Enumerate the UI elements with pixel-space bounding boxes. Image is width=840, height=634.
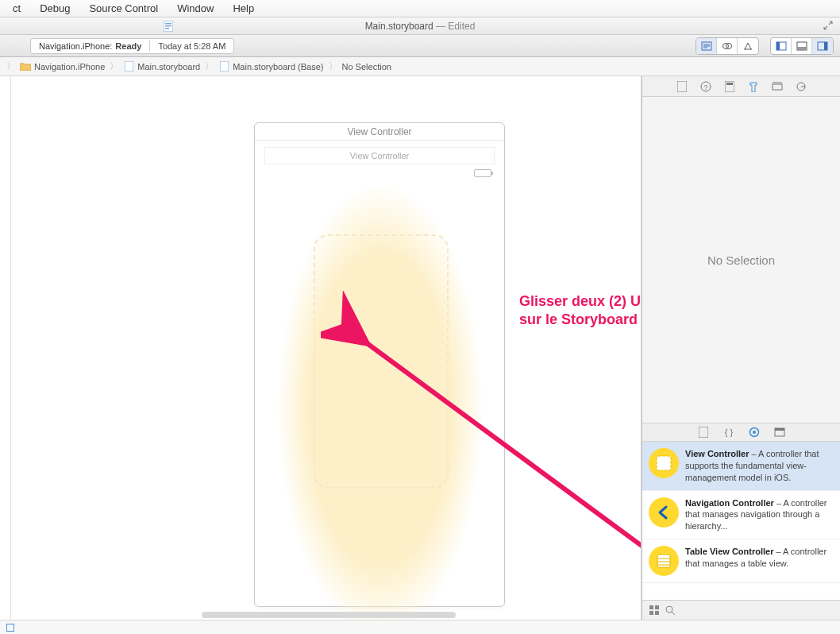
svg-rect-25 <box>773 84 782 90</box>
project-name: Navigation.iPhone: <box>39 41 112 51</box>
scene-title: View Controller <box>255 123 504 141</box>
iphone-outline-icon <box>314 234 449 489</box>
connections-inspector-icon[interactable] <box>796 81 807 92</box>
breadcrumb-item[interactable]: Main.storyboard <box>120 61 203 72</box>
inspector-tabs: ? <box>642 76 840 97</box>
chevron-right-icon: 〉 <box>108 60 120 72</box>
library-item-navigation-controller[interactable]: Navigation Controller – A controller tha… <box>642 491 840 540</box>
folder-icon <box>20 61 31 72</box>
view-controller-icon <box>649 448 679 478</box>
svg-text:{ }: { } <box>724 427 733 437</box>
library-item-view-controller[interactable]: View Controller – A controller that supp… <box>642 442 840 491</box>
standard-editor-button[interactable] <box>696 38 717 54</box>
svg-rect-24 <box>726 83 733 85</box>
assistant-editor-button[interactable] <box>717 38 738 54</box>
svg-rect-17 <box>125 61 133 72</box>
editor-mode-segment[interactable] <box>696 37 759 55</box>
toggle-debug-button[interactable] <box>792 38 812 54</box>
breadcrumb-item[interactable]: No Selection <box>339 62 395 72</box>
svg-rect-12 <box>776 42 780 50</box>
storyboard-file-icon <box>163 21 174 32</box>
storyboard-file-icon <box>218 61 229 72</box>
annotation-text: Glisser deux (2) UIViewController sur le… <box>519 292 642 330</box>
menu-item[interactable]: Debug <box>30 2 79 14</box>
library-item-text: Table View Controller – A controller tha… <box>685 546 834 576</box>
chevron-right-icon: 〉 <box>5 60 17 72</box>
divider <box>149 41 150 52</box>
object-library-icon[interactable] <box>749 427 760 438</box>
code-snippet-library-icon[interactable]: { } <box>723 427 734 438</box>
toggle-utilities-button[interactable] <box>812 38 833 54</box>
inspector-empty-state: No Selection <box>642 97 840 423</box>
grid-view-icon[interactable] <box>649 605 660 616</box>
svg-rect-14 <box>797 47 807 50</box>
menu-item[interactable]: Source Control <box>79 2 168 14</box>
svg-rect-39 <box>649 605 653 609</box>
svg-rect-3 <box>165 28 169 29</box>
attributes-inspector-icon[interactable] <box>748 81 759 92</box>
svg-rect-40 <box>655 605 659 609</box>
svg-rect-16 <box>824 42 827 50</box>
library-item-text: Navigation Controller – A controller tha… <box>685 497 834 533</box>
status-pill: Navigation.iPhone: Ready Today at 5:28 A… <box>30 38 234 54</box>
svg-rect-33 <box>775 428 784 431</box>
storyboard-file-icon <box>123 61 134 72</box>
breadcrumb: 〉 Navigation.iPhone 〉 Main.storyboard 〉 … <box>0 57 840 76</box>
chevron-right-icon: 〉 <box>327 60 339 72</box>
breadcrumb-item[interactable]: Navigation.iPhone <box>17 61 108 72</box>
toolbar: Navigation.iPhone: Ready Today at 5:28 A… <box>0 35 840 57</box>
chevron-right-icon: 〉 <box>203 60 215 72</box>
svg-rect-34 <box>657 456 671 470</box>
battery-icon <box>474 169 491 177</box>
library-item-table-view-controller[interactable]: Table View Controller – A controller tha… <box>642 539 840 583</box>
menu-bar: ct Debug Source Control Window Help <box>0 0 840 17</box>
filter-icon[interactable] <box>665 605 676 616</box>
size-inspector-icon[interactable] <box>772 81 783 92</box>
expand-icon[interactable] <box>823 20 834 31</box>
table-view-controller-icon <box>649 546 679 576</box>
toggle-navigator-button[interactable] <box>771 38 792 54</box>
library-tabs: { } <box>642 423 840 442</box>
media-library-icon[interactable] <box>774 427 785 438</box>
storyboard-canvas[interactable]: View Controller View Controller Glisser … <box>11 76 642 620</box>
menu-item[interactable]: Help <box>223 2 264 14</box>
timestamp: Today at 5:28 AM <box>158 41 225 51</box>
menu-item[interactable]: Window <box>168 2 223 14</box>
svg-line-44 <box>672 612 675 615</box>
svg-text:?: ? <box>703 83 707 91</box>
window-title: Main.storyboard — Edited <box>365 21 476 32</box>
file-inspector-icon[interactable] <box>676 81 688 92</box>
file-template-library-icon[interactable] <box>698 427 709 438</box>
svg-point-31 <box>753 431 756 434</box>
quick-help-icon[interactable]: ? <box>700 81 711 92</box>
workspace: View Controller View Controller Glisser … <box>0 76 840 620</box>
svg-rect-41 <box>649 611 653 615</box>
status-text: Ready <box>115 41 141 51</box>
svg-rect-18 <box>220 61 229 72</box>
document-outline-toggle-icon[interactable] <box>6 624 14 632</box>
navigation-controller-icon <box>649 497 679 528</box>
window-title-bar: Main.storyboard — Edited <box>0 17 840 35</box>
left-gutter <box>0 76 11 620</box>
svg-rect-28 <box>699 427 708 438</box>
panel-toggle-segment[interactable] <box>770 37 834 55</box>
svg-rect-1 <box>165 23 171 25</box>
svg-rect-2 <box>165 25 171 27</box>
svg-rect-20 <box>677 81 687 92</box>
inner-status-bar: View Controller <box>264 147 495 164</box>
svg-rect-42 <box>655 611 659 615</box>
svg-point-43 <box>666 606 672 613</box>
menu-item[interactable]: ct <box>3 2 30 14</box>
object-library-list[interactable]: View Controller – A controller that supp… <box>642 442 840 601</box>
identity-inspector-icon[interactable] <box>724 81 735 92</box>
version-editor-button[interactable] <box>738 38 758 54</box>
horizontal-scrollbar[interactable] <box>202 612 456 618</box>
view-controller-scene[interactable]: View Controller View Controller <box>254 122 505 607</box>
breadcrumb-item[interactable]: Main.storyboard (Base) <box>215 61 326 72</box>
bottom-bar <box>0 620 840 634</box>
svg-rect-35 <box>657 555 670 567</box>
library-item-text: View Controller – A controller that supp… <box>685 448 834 484</box>
utilities-panel: ? No Selection { } View Controller – A c… <box>642 76 840 620</box>
library-footer <box>642 601 840 620</box>
